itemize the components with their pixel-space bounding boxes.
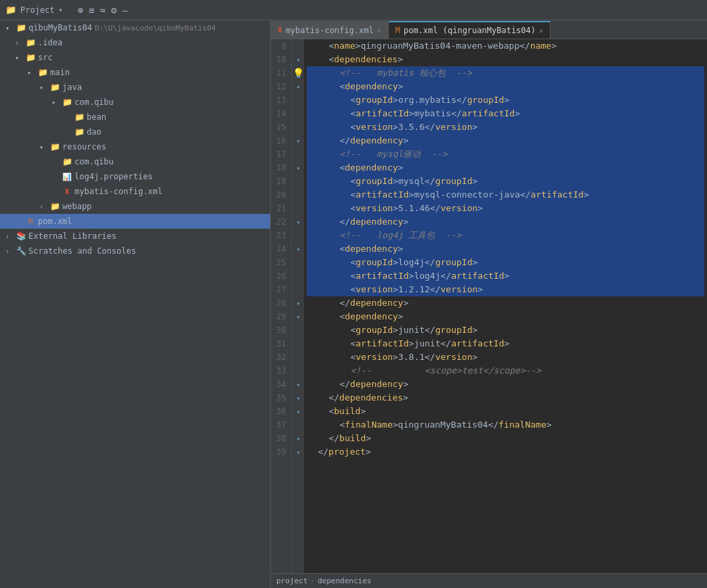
top-bar: 📁 Project ▾ ⊕ ≡ ≈ ⚙ — [0,0,707,20]
gutter-38[interactable]: ▾ [292,432,304,445]
code-line-15: <version>3.5.6</version> [307,120,704,134]
gutter-39[interactable]: ▾ [292,445,304,459]
main-layout: ▾ 📁 qibuMyBatis04 D:\U\javacode\qibuMyBa… [0,20,707,588]
sidebar-item-pom[interactable]: M pom.xml [0,214,270,229]
line-num-12: 12 [276,80,286,93]
gutter-18[interactable]: ▾ [292,161,304,175]
sidebar-item-webapp[interactable]: › 📁 webapp [0,199,270,214]
line-num-22: 22 [276,215,286,229]
tab-pom[interactable]: M pom.xml (qingruanMyBatis04) ✕ [389,21,551,39]
sidebar-item-dao[interactable]: 📁 dao [0,125,270,139]
sidebar-item-src[interactable]: ▾ 📁 src [0,50,270,65]
folder-blue-icon: 📁 [61,97,73,107]
add-icon[interactable]: ⊕ [78,5,83,16]
breadcrumb-item-project[interactable]: project [276,576,307,585]
sidebar-item-ext-libs[interactable]: › 📚 External Libraries [0,229,270,244]
sidebar-label-ext-libs: External Libraries [28,231,116,241]
line-num-36: 36 [276,405,286,418]
sidebar-label-root: qibuMyBatis04 [28,23,92,32]
gutter-23 [292,229,304,242]
gutter-19 [292,175,304,188]
list-icon[interactable]: ≡ [89,5,94,16]
code-line-21: <version>5.1.46</version> [307,202,704,215]
code-line-14: <artifactId>mybatis</artifactId> [307,107,704,120]
breadcrumb-item-dependencies[interactable]: dependencies [318,576,371,585]
code-line-12: <dependency> [307,80,704,93]
gutter-21 [292,202,304,215]
dropdown-arrow[interactable]: ▾ [59,6,63,14]
sidebar-item-com-qibu2[interactable]: 📁 com.qibu [0,154,270,169]
folder-blue-icon: 📁 [61,157,73,166]
arrow-icon: ▾ [39,84,49,91]
sidebar-item-scratches[interactable]: › 🔧 Scratches and Consoles [0,244,270,258]
project-icon: 📁 [5,5,16,15]
sidebar-label-com-qibu2: com.qibu [74,157,114,166]
line-num-35: 35 [276,391,286,405]
line-num-24: 24 [276,242,286,256]
gutter-12[interactable]: ▾ [292,80,304,93]
code-content[interactable]: <name>qingruanMyBatis04-maven-webapp</na… [304,39,707,573]
gutter-22[interactable]: ▾ [292,215,304,229]
code-line-36: <build> [307,405,704,418]
gutter-36[interactable]: ▾ [292,405,304,418]
folder-blue-icon: 📁 [49,142,61,152]
gutter-24[interactable]: ▾ [292,242,304,256]
code-line-37: <finalName>qingruanMyBatis04</finalName> [307,418,704,432]
project-title: Project [20,5,55,15]
sidebar-item-idea[interactable]: › 📁 .idea [0,35,270,50]
line-num-26: 26 [276,269,286,283]
tab-label-mybatis: mybatis-config.xml [286,26,374,35]
sidebar-label-webapp: webapp [62,202,91,211]
gutter-16[interactable]: ▾ [292,134,304,148]
sidebar-item-log4j[interactable]: 📊 log4j.properties [0,169,270,184]
sidebar-item-mybatis-config[interactable]: X mybatis-config.xml [0,184,270,199]
sidebar-item-resources[interactable]: ▾ 📁 resources [0,139,270,154]
line-num-21: 21 [276,202,286,215]
sidebar-label-dao: dao [87,127,102,137]
gutter-9 [292,39,304,53]
code-line-33: <!-- <scope>test</scope>--> [307,364,704,378]
gutter-27 [292,283,304,296]
sidebar-item-com-qibu[interactable]: ▾ 📁 com.qibu [0,95,270,110]
close-tab-pom[interactable]: ✕ [539,27,543,35]
gutter-11-bulb[interactable]: 💡 [292,66,304,80]
gutter-10[interactable]: ▾ [292,53,304,66]
line-num-34: 34 [276,378,286,391]
gutter-34[interactable]: ▾ [292,378,304,391]
xml-icon: X [278,26,282,35]
code-line-34: </dependency> [307,378,704,391]
code-line-39: </project> [307,445,704,459]
editor-area: X mybatis-config.xml ✕ M pom.xml (qingru… [271,20,707,588]
gear-icon[interactable]: ⚙ [111,5,116,16]
breadcrumb-separator: › [310,576,315,585]
tab-bar: X mybatis-config.xml ✕ M pom.xml (qingru… [271,20,707,39]
line-num-13: 13 [276,93,286,107]
line-num-32: 32 [276,350,286,364]
sidebar-item-main[interactable]: ▾ 📁 main [0,65,270,80]
gutter-29[interactable]: ▾ [292,310,304,323]
sidebar-path-root: D:\U\javacode\qibuMyBatis04 [95,24,216,32]
minimize-icon[interactable]: — [122,5,127,16]
line-num-39: 39 [276,445,286,459]
sidebar-item-bean[interactable]: 📁 bean [0,110,270,125]
tab-mybatis-config[interactable]: X mybatis-config.xml ✕ [271,21,389,39]
gutter-35[interactable]: ▾ [292,391,304,405]
code-line-23: <!-- log4j 工具包 --> [307,229,704,242]
arrow-icon: › [39,203,49,210]
code-line-13: <groupId>org.mybatis</groupId> [307,93,704,107]
close-tab-mybatis[interactable]: ✕ [377,26,381,34]
line-num-33: 33 [276,364,286,378]
settings2-icon[interactable]: ≈ [100,5,105,16]
gutter-28[interactable]: ▾ [292,296,304,310]
sidebar-item-java[interactable]: ▾ 📁 java [0,80,270,95]
sidebar-item-root[interactable]: ▾ 📁 qibuMyBatis04 D:\U\javacode\qibuMyBa… [0,20,270,35]
gutter: ▾ 💡 ▾ ▾ ▾ ▾ ▾ ▾ ▾ [292,39,304,573]
line-num-27: 27 [276,283,286,296]
sidebar-label-com-qibu: com.qibu [74,97,114,107]
line-num-19: 19 [276,175,286,188]
line-num-23: 23 [276,229,286,242]
sidebar: ▾ 📁 qibuMyBatis04 D:\U\javacode\qibuMyBa… [0,20,271,588]
code-line-11: <!-- mybatis 核心包 --> [307,66,704,80]
code-line-9: <name>qingruanMyBatis04-maven-webapp</na… [307,39,704,53]
code-container[interactable]: 9 10 11 12 13 14 15 16 17 18 19 20 21 22… [271,39,707,573]
